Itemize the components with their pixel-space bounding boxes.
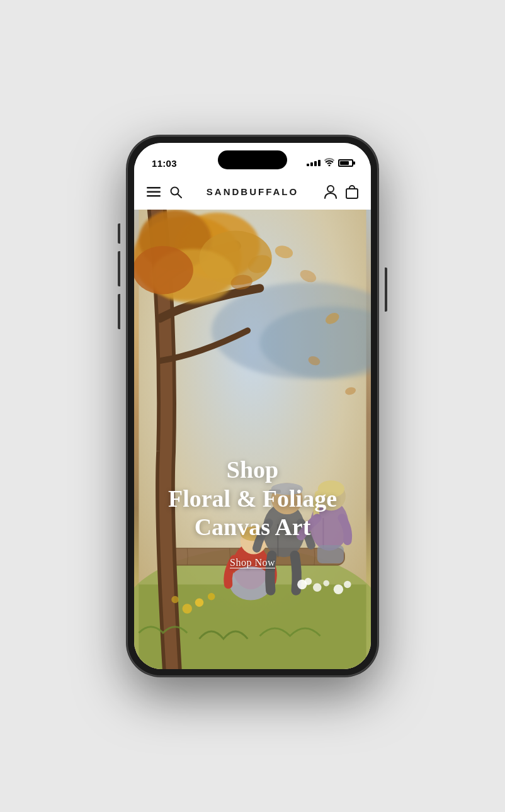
power-button[interactable] [385,268,387,312]
svg-rect-2 [147,195,161,197]
hero-text-overlay: Shop Floral & Foliage Canvas Art Shop No… [134,210,371,669]
hero-headline-line2: Floral & Foliage [168,485,337,512]
hero-headline-line1: Shop [227,456,278,483]
phone-frame: 11:03 [127,135,378,677]
hero-section: Shop Floral & Foliage Canvas Art Shop No… [134,210,371,669]
mute-button[interactable] [118,223,120,244]
wifi-icon [324,158,334,168]
hero-headline-line3: Canvas Art [195,514,311,540]
status-time: 11:03 [152,158,177,169]
account-button[interactable] [324,185,337,199]
volume-down-button[interactable] [118,294,120,329]
svg-line-4 [178,195,182,198]
phone-screen: 11:03 [134,143,371,669]
cart-button[interactable] [346,185,358,199]
nav-right [324,185,358,199]
nav-left [147,186,182,198]
app-content: SANDBUFFALO [134,174,371,669]
status-icons [307,158,353,168]
navbar: SANDBUFFALO [134,174,371,210]
svg-rect-1 [147,191,161,193]
search-button[interactable] [169,186,182,198]
svg-point-5 [327,186,334,192]
svg-rect-0 [147,187,161,189]
brand-name: SANDBUFFALO [207,186,298,197]
svg-point-3 [171,188,179,195]
hero-headline: Shop Floral & Foliage Canvas Art [168,456,337,542]
signal-icon [307,160,321,166]
hamburger-menu-button[interactable] [147,187,161,197]
brand-center: SANDBUFFALO [207,186,298,198]
svg-rect-6 [346,189,358,198]
volume-up-button[interactable] [118,251,120,286]
dynamic-island [218,150,287,169]
battery-fill [340,161,349,165]
hero-background: Shop Floral & Foliage Canvas Art Shop No… [134,210,371,669]
battery-icon [338,159,353,167]
shop-now-button[interactable]: Shop Now [230,557,275,568]
